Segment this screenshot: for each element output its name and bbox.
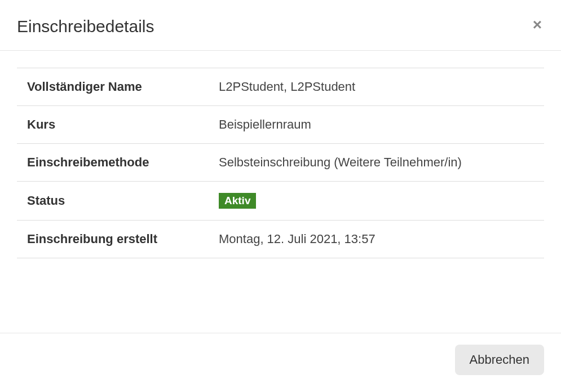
detail-table: Vollständiger Name L2PStudent, L2PStuden…: [17, 68, 544, 258]
row-fullname: Vollständiger Name L2PStudent, L2PStuden…: [17, 68, 544, 106]
label-fullname: Vollständiger Name: [17, 68, 209, 106]
modal-footer: Abbrechen: [0, 333, 561, 392]
value-course: Beispiellernraum: [209, 106, 544, 144]
modal-body: Vollständiger Name L2PStudent, L2PStuden…: [0, 51, 561, 333]
row-course: Kurs Beispiellernraum: [17, 106, 544, 144]
status-badge: Aktiv: [219, 193, 256, 209]
value-method: Selbsteinschreibung (Weitere Teilnehmer/…: [209, 144, 544, 182]
value-status: Aktiv: [209, 182, 544, 221]
label-course: Kurs: [17, 106, 209, 144]
row-status: Status Aktiv: [17, 182, 544, 221]
label-status: Status: [17, 182, 209, 221]
row-method: Einschreibemethode Selbsteinschreibung (…: [17, 144, 544, 182]
modal-header: Einschreibedetails ×: [0, 0, 561, 51]
enrollment-details-modal: Einschreibedetails × Vollständiger Name …: [0, 0, 561, 392]
value-fullname: L2PStudent, L2PStudent: [209, 68, 544, 106]
label-method: Einschreibemethode: [17, 144, 209, 182]
modal-title: Einschreibedetails: [17, 17, 154, 36]
value-created: Montag, 12. Juli 2021, 13:57: [209, 221, 544, 258]
cancel-button[interactable]: Abbrechen: [455, 345, 544, 375]
close-icon[interactable]: ×: [531, 17, 544, 33]
row-created: Einschreibung erstellt Montag, 12. Juli …: [17, 221, 544, 258]
label-created: Einschreibung erstellt: [17, 221, 209, 258]
